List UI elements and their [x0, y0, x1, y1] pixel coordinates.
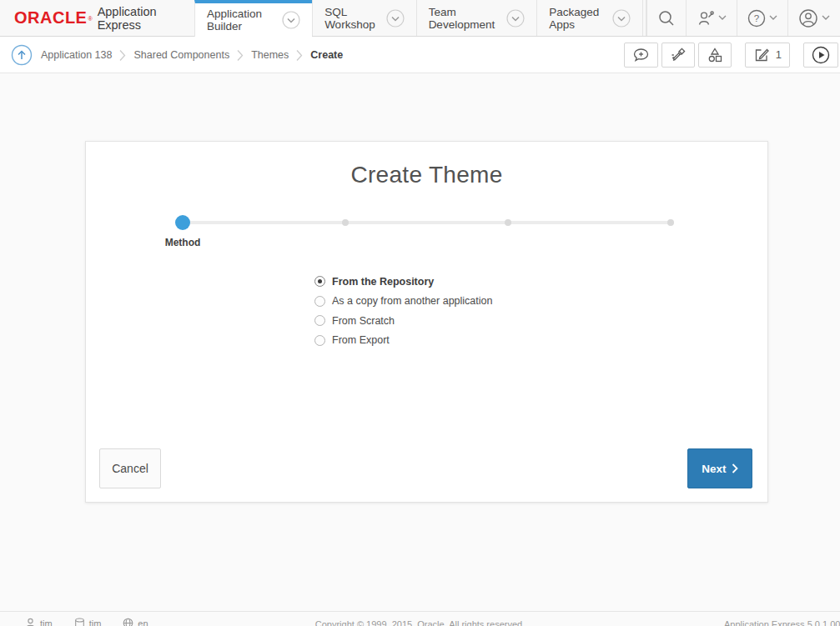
chevron-right-icon	[732, 463, 738, 473]
option-from-scratch[interactable]: From Scratch	[314, 311, 492, 331]
run-page-button[interactable]	[803, 43, 838, 68]
breadcrumb-bar: Application 138 Shared Components Themes…	[0, 37, 840, 73]
chevron-down-icon	[822, 15, 830, 21]
radio-unselected-icon[interactable]	[314, 296, 325, 307]
help-icon: ?	[747, 9, 766, 28]
main-tabs: Application Builder SQL Workshop Team De…	[194, 0, 643, 36]
option-copy-from-application[interactable]: As a copy from another application	[314, 292, 492, 312]
step-3-dot	[505, 219, 511, 226]
page-title: Create Theme	[86, 162, 767, 188]
step-method-dot	[175, 215, 190, 230]
chevron-down-circle-icon[interactable]	[386, 9, 405, 28]
radio-unselected-icon[interactable]	[314, 315, 325, 326]
footer-copyright: Copyright © 1999, 2015, Oracle. All righ…	[0, 619, 840, 626]
oracle-apex-logo: ORACLE ® Application Express	[0, 0, 194, 36]
edit-page-button[interactable]: 1	[745, 43, 790, 68]
admin-wrench-user-icon	[697, 9, 715, 28]
chevron-down-circle-icon[interactable]	[612, 9, 631, 28]
step-4-dot	[667, 219, 674, 226]
radio-label: From the Repository	[332, 276, 434, 288]
create-theme-wizard-card: Create Theme Method From the Repository …	[85, 141, 768, 503]
chevron-right-icon	[237, 49, 244, 62]
run-icon	[812, 46, 830, 64]
utilities-flashlight-button[interactable]	[661, 43, 695, 68]
breadcrumb-create: Create	[310, 49, 343, 61]
feedback-button[interactable]	[624, 43, 658, 68]
cancel-button[interactable]: Cancel	[99, 448, 161, 488]
search-icon	[657, 9, 676, 28]
create-method-radio-group: From the Repository As a copy from anoth…	[314, 272, 492, 350]
radio-label: From Export	[332, 334, 390, 346]
chevron-down-circle-icon[interactable]	[282, 11, 300, 29]
top-navigation-bar: ORACLE ® Application Express Application…	[0, 0, 840, 37]
tab-team-development[interactable]: Team Development	[416, 0, 537, 36]
chevron-right-icon	[296, 49, 303, 62]
radio-label: As a copy from another application	[332, 295, 492, 307]
tab-sql-workshop[interactable]: SQL Workshop	[312, 0, 416, 36]
tab-packaged-apps[interactable]: Packaged Apps	[536, 0, 643, 36]
radio-label: From Scratch	[332, 315, 395, 327]
chevron-down-icon	[718, 15, 727, 21]
chevron-down-icon	[769, 15, 777, 21]
shapes-icon	[707, 47, 723, 63]
breadcrumb-application[interactable]: Application 138	[41, 49, 112, 61]
radio-unselected-icon[interactable]	[314, 335, 325, 346]
edit-page-icon	[753, 47, 770, 63]
topbar-actions: ?	[646, 0, 840, 36]
apex-page: ORACLE ® Application Express Application…	[0, 0, 840, 626]
up-level-button[interactable]	[11, 44, 33, 66]
product-name: Application Express	[98, 5, 178, 32]
radio-selected-icon[interactable]	[314, 276, 325, 287]
tab-label: Packaged Apps	[549, 6, 606, 31]
user-account-menu-button[interactable]	[787, 0, 840, 36]
wizard-progress-stepper: Method	[183, 215, 671, 230]
option-from-repository[interactable]: From the Repository	[314, 272, 492, 292]
breadcrumb-shared-components[interactable]: Shared Components	[133, 49, 229, 61]
page-footer: tim tim en Copyright © 1999, 2015, Oracl…	[0, 611, 840, 626]
page-toolbar: 1	[624, 43, 838, 68]
chevron-down-circle-icon[interactable]	[506, 9, 525, 28]
chevron-right-icon	[119, 49, 126, 62]
user-icon	[798, 8, 818, 28]
administration-menu-button[interactable]	[686, 0, 737, 36]
tab-label: Application Builder	[207, 8, 275, 33]
tab-label: SQL Workshop	[324, 6, 380, 31]
help-menu-button[interactable]: ?	[737, 0, 787, 36]
stepper-track	[183, 221, 671, 224]
search-button[interactable]	[646, 0, 686, 36]
next-button[interactable]: Next	[687, 448, 752, 488]
tab-label: Team Development	[429, 6, 500, 31]
oracle-brand: ORACLE	[14, 8, 87, 28]
page-number: 1	[776, 48, 782, 61]
footer-version: Application Express 5.0.1.00.06	[724, 619, 840, 626]
step-2-dot	[342, 219, 349, 226]
registered-mark: ®	[88, 16, 92, 22]
step-method-label: Method	[165, 237, 201, 248]
breadcrumb-themes[interactable]: Themes	[251, 49, 289, 61]
next-button-label: Next	[702, 463, 726, 475]
breadcrumb: Application 138 Shared Components Themes…	[41, 48, 343, 62]
svg-text:?: ?	[754, 13, 759, 23]
flashlight-icon	[670, 47, 687, 63]
option-from-export[interactable]: From Export	[314, 331, 492, 351]
shared-components-button[interactable]	[698, 43, 732, 68]
tab-application-builder[interactable]: Application Builder	[194, 0, 312, 37]
comment-plus-icon	[632, 47, 650, 63]
